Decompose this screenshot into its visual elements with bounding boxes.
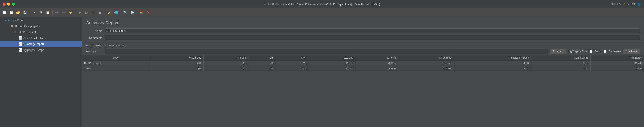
maximize-button[interactable] [12,2,15,6]
minimize-button[interactable] [7,2,10,6]
timer-display: 00:00:20 [612,2,622,6]
view-results-tree-icon: 📊 [18,36,22,40]
panel-title: Summary Report [82,17,644,28]
browse-button[interactable]: Browse... [550,49,566,54]
col-received-kb: Received KB/sec [454,55,531,61]
table-cell: 981 [204,61,248,66]
sidebar-item-http-request[interactable]: ▼ ✏ HTTP Request [0,29,82,35]
sep6 [137,10,137,15]
search-button[interactable]: 🔍 [122,10,128,16]
template-button[interactable]: 📋 [8,10,14,16]
cut-button[interactable]: ✂ [31,10,37,16]
col-sent-kb: Sent KB/sec [531,55,590,61]
clear-all-button[interactable]: 🪣 [113,10,119,16]
table-cell: 131.67 [308,66,356,72]
warning-count: 0 [628,2,629,6]
add-button[interactable]: ⚡ [68,10,74,16]
table-cell: 1.15 [531,66,590,72]
test-plan-label: Test Plan [11,18,22,22]
results-table: Label # Samples Average Min Max Std. Dev… [82,55,644,127]
name-input[interactable] [105,28,640,34]
sep2 [52,10,53,15]
col-min: Min [248,55,276,61]
test-plan-icon: 🗂 [7,18,10,22]
table-cell: 1.98 [454,66,531,72]
comments-input[interactable] [105,35,640,40]
paste-button[interactable]: 📋 [45,10,51,16]
open-button[interactable]: 📂 [15,10,21,16]
filename-row: Filename Browse... Log/Display Only: Err… [82,48,644,55]
http-request-icon: ✏ [14,30,16,34]
stop-button[interactable]: ⬛ [90,10,96,16]
col-max: Max [276,55,308,61]
view-results-tree-label: View Results Tree [23,36,46,40]
write-results-label: Write results to file / Read from file [86,44,125,47]
col-samples: # Samples [150,55,204,61]
divider1 [82,42,644,42]
arrow-icon: ▼ [8,25,10,27]
function-helper-button[interactable]: 🧮 [138,10,144,16]
thread-group-label: Thread Group qps5k [14,24,40,28]
table-cell: 204.0 [590,61,644,66]
table-cell: HTTP Request [82,61,150,66]
filename-input[interactable] [105,49,548,54]
table-cell: 1.15 [531,61,590,66]
summary-report-icon: 📈 [18,42,22,46]
shutdown-button[interactable]: ⏹ [98,10,103,16]
sep1 [30,10,30,15]
start-button[interactable]: ▶ [77,10,83,16]
table-cell: 204.0 [590,66,644,72]
thread-group-icon: ⚙ [11,24,14,28]
col-error-pct: Error % [356,55,398,61]
table-cell: 4.98% [356,61,398,66]
save-button[interactable]: 💾 [22,10,28,16]
table-cell: 981 [204,66,248,72]
aggregate-graph-label: Aggregate Graph [23,48,44,52]
titlebar-status: 00:00:20 ⚠ 0 0/10 🌐 [612,2,640,6]
filename-label: Filename [86,50,103,53]
col-throughput: Throughput [398,55,454,61]
sidebar-item-test-plan[interactable]: ▼ 🗂 Test Plan [0,17,82,23]
close-button[interactable] [2,2,6,6]
comments-label: Comments: [86,36,103,40]
name-row: Name: [82,28,644,34]
remote-icon: 🌐 [638,2,640,6]
comments-row: Comments: [82,34,644,41]
errors-checkbox[interactable] [590,50,592,53]
sidebar-item-aggregate-graph[interactable]: 📉 Aggregate Graph [0,47,82,53]
sidebar: ▼ 🗂 Test Plan ▼ ⚙ Thread Group qps5k ▼ ✏… [0,17,82,127]
table-header-row: Label # Samples Average Min Max Std. Dev… [82,55,644,61]
copy-button[interactable]: ⎘ [38,10,44,16]
sep5 [121,10,121,15]
sep3 [75,10,76,15]
table-cell: 131.67 [308,61,356,66]
help-button[interactable]: ❓ [145,10,151,16]
arrow-icon: ▼ [4,19,6,21]
warning-icon: ⚠ [623,2,626,6]
remote-start-button[interactable]: 📡 [129,10,135,16]
new-button[interactable]: 📄 [2,10,8,16]
sidebar-item-summary-report[interactable]: 📈 Summary Report [0,41,82,47]
sidebar-item-thread-group[interactable]: ▼ ⚙ Thread Group qps5k [0,23,82,29]
successes-checkbox[interactable] [604,50,606,53]
table-row: HTTP Request201981181025131.674.98%10.0/… [82,61,644,66]
toolbar: 📄 📋 📂 💾 ✂ ⎘ 📋 ➕ ➖ ⚡ ▶ ▷ ⬛ ⏹ 🧹 🪣 🔍 📡 🧮 ❓ [0,8,644,17]
clear-button[interactable]: 🧹 [106,10,112,16]
collapse-button[interactable]: ➖ [61,10,67,16]
thread-count: 0/10 [631,2,636,6]
expand-button[interactable]: ➕ [54,10,60,16]
summary-report-label: Summary Report [23,42,44,46]
window-controls [2,2,15,6]
log-display-label: Log/Display Only: [568,50,588,53]
errors-label: Errors [594,50,602,53]
table-cell: 1.98 [454,61,531,66]
table-cell: 201 [150,66,204,72]
table-cell: 18 [248,61,276,66]
successes-label: Successes [608,50,621,53]
start-no-pause-button[interactable]: ▷ [84,10,90,16]
summary-table: Label # Samples Average Min Max Std. Dev… [82,55,644,72]
configure-button[interactable]: Configure [623,49,640,54]
sidebar-item-view-results-tree[interactable]: 📊 View Results Tree [0,35,82,41]
table-cell: 4.98% [356,66,398,72]
http-request-label: HTTP Request [18,30,36,34]
